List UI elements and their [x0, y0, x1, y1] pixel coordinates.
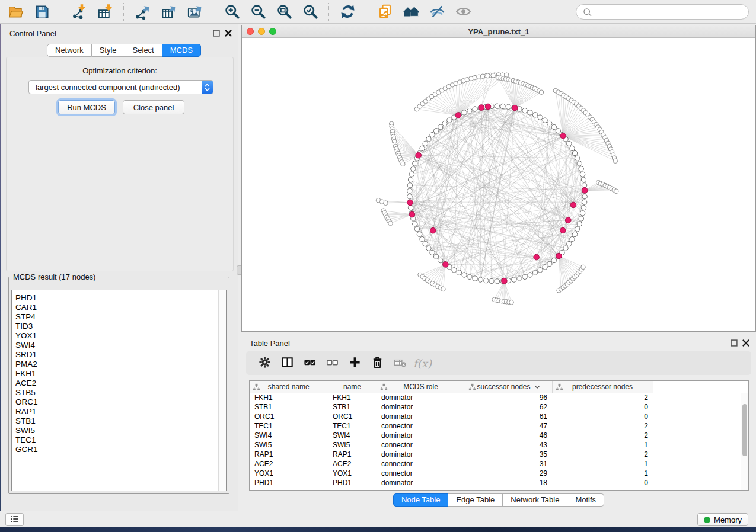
network-node[interactable]	[563, 246, 568, 251]
mcds-result-item[interactable]: YOX1	[12, 331, 226, 341]
tab-network[interactable]: Network	[47, 44, 92, 57]
network-node[interactable]	[447, 118, 452, 123]
network-node[interactable]	[556, 129, 560, 133]
mcds-hub-node[interactable]	[512, 105, 518, 111]
network-leaf-node[interactable]	[581, 265, 586, 270]
close-panel-button[interactable]: Close panel	[123, 100, 184, 114]
network-node[interactable]	[543, 118, 547, 123]
network-node[interactable]	[547, 261, 552, 266]
task-history-button[interactable]	[5, 513, 24, 526]
network-node[interactable]	[506, 104, 511, 109]
mcds-result-item[interactable]: SRD1	[12, 350, 226, 360]
network-node[interactable]	[532, 270, 537, 275]
network-node[interactable]	[467, 274, 472, 279]
memory-button[interactable]: Memory	[697, 513, 748, 526]
network-node[interactable]	[426, 137, 431, 142]
mcds-hub-node[interactable]	[565, 217, 571, 223]
apply-function-button[interactable]: f(x)	[412, 354, 433, 373]
network-node[interactable]	[582, 194, 587, 198]
table-row[interactable]: ACE2ACE2connector311	[250, 459, 741, 469]
table-row[interactable]: PHD1PHD1dominator180	[250, 478, 741, 488]
network-node[interactable]	[538, 115, 543, 120]
network-node[interactable]	[408, 205, 413, 210]
network-node[interactable]	[495, 279, 499, 284]
mcds-list-scrollbar[interactable]	[218, 290, 226, 491]
tab-select[interactable]: Select	[125, 44, 162, 57]
table-panel-close-button[interactable]	[742, 339, 750, 348]
network-node[interactable]	[411, 166, 416, 171]
mcds-result-item[interactable]: PMA2	[12, 360, 226, 369]
network-leaf-node[interactable]	[613, 159, 618, 164]
network-node[interactable]	[478, 277, 483, 282]
home-button[interactable]	[399, 2, 423, 22]
delete-column-button[interactable]	[367, 354, 388, 373]
network-node[interactable]	[580, 211, 585, 216]
network-leaf-node[interactable]	[401, 162, 406, 166]
search-input[interactable]	[592, 7, 742, 17]
add-column-button[interactable]	[344, 354, 365, 373]
deselect-all-button[interactable]	[322, 354, 343, 373]
column-header-successor-nodes[interactable]: successor nodes	[465, 381, 552, 393]
mcds-result-item[interactable]: RAP1	[12, 407, 226, 416]
mcds-hub-node[interactable]	[485, 104, 491, 110]
column-header-predecessor-nodes[interactable]: predecessor nodes	[552, 381, 653, 393]
network-node[interactable]	[483, 278, 488, 283]
select-all-button[interactable]	[299, 354, 320, 373]
tab-network-table[interactable]: Network Table	[503, 493, 567, 507]
network-node[interactable]	[567, 141, 572, 146]
mcds-result-item[interactable]: CAR1	[12, 303, 226, 312]
network-node[interactable]	[426, 246, 431, 251]
mcds-result-item[interactable]: TEC1	[12, 435, 226, 445]
network-node[interactable]	[581, 177, 586, 182]
tab-motifs[interactable]: Motifs	[567, 493, 604, 507]
network-node[interactable]	[413, 161, 417, 166]
table-row[interactable]: SWI4SWI4dominator462	[250, 431, 741, 440]
network-node[interactable]	[500, 104, 505, 108]
network-leaf-node[interactable]	[614, 189, 618, 194]
network-node[interactable]	[433, 254, 438, 259]
network-node[interactable]	[430, 250, 435, 255]
mcds-hub-node[interactable]	[455, 113, 461, 118]
mcds-hub-node[interactable]	[443, 262, 449, 268]
network-node[interactable]	[408, 177, 413, 182]
mcds-result-item[interactable]: ORC1	[12, 398, 226, 407]
network-node[interactable]	[442, 121, 447, 126]
network-node[interactable]	[572, 232, 577, 236]
network-leaf-node[interactable]	[388, 221, 393, 226]
split-panel-button[interactable]	[277, 354, 298, 373]
network-node[interactable]	[572, 150, 577, 155]
network-node[interactable]	[582, 183, 586, 188]
column-header-MCDS-role[interactable]: MCDS role	[377, 381, 465, 393]
tab-edge-table[interactable]: Edge Table	[448, 493, 503, 507]
control-panel-close-button[interactable]	[224, 30, 232, 38]
mcds-result-item[interactable]: STB5	[12, 388, 226, 398]
network-node[interactable]	[551, 258, 556, 262]
column-header-name[interactable]: name	[328, 381, 377, 393]
network-node[interactable]	[420, 236, 425, 241]
network-leaf-node[interactable]	[491, 73, 496, 78]
hide-selected-button[interactable]	[425, 2, 449, 22]
network-node[interactable]	[413, 222, 417, 226]
network-node[interactable]	[551, 124, 556, 129]
network-node[interactable]	[567, 241, 572, 246]
network-node[interactable]	[430, 132, 435, 137]
network-leaf-node[interactable]	[384, 201, 388, 206]
network-node[interactable]	[438, 258, 443, 262]
network-node[interactable]	[452, 268, 457, 273]
network-node[interactable]	[577, 161, 582, 166]
delete-table-button[interactable]	[390, 354, 410, 373]
mcds-result-item[interactable]: ACE2	[12, 379, 226, 388]
table-row[interactable]: FKH1FKH1dominator962	[250, 393, 741, 402]
table-scrollbar-thumb[interactable]	[742, 404, 747, 456]
zoom-out-button[interactable]	[246, 2, 270, 22]
network-node[interactable]	[543, 265, 547, 270]
network-node[interactable]	[417, 232, 422, 236]
mcds-result-item[interactable]: SWI5	[12, 426, 226, 435]
network-node[interactable]	[414, 227, 419, 232]
network-node[interactable]	[528, 110, 532, 115]
import-table-button[interactable]	[93, 2, 117, 22]
network-node[interactable]	[467, 108, 472, 113]
mcds-hub-node[interactable]	[570, 202, 576, 208]
network-leaf-node[interactable]	[509, 300, 514, 305]
mcds-result-item[interactable]: PHD1	[12, 293, 226, 303]
